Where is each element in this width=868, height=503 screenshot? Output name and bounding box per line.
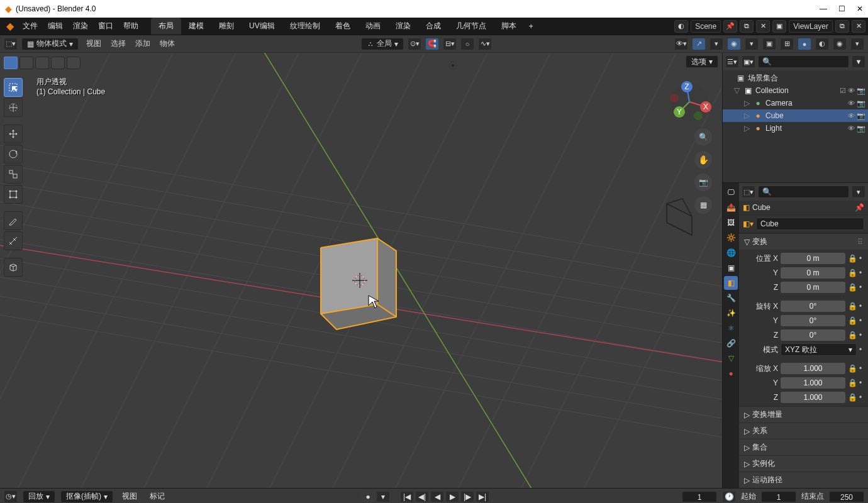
outliner-search[interactable]: 🔍 (758, 55, 849, 68)
rotate-tool[interactable] (4, 145, 23, 163)
3d-viewport[interactable]: 用户透视 (1) Collection | Cube X Y Z (0, 53, 722, 488)
transform-panel-header[interactable]: ▽ 变换⠿ (739, 233, 868, 250)
shading-render-icon[interactable]: ◉ (833, 38, 847, 50)
proportional-type-icon[interactable]: ∿▾ (478, 38, 492, 50)
tab-object[interactable]: ◧ (724, 276, 738, 290)
shading-opts-icon[interactable]: ▾ (850, 38, 864, 50)
props-type-icon[interactable]: ⬚▾ (742, 185, 755, 198)
scl-y-field[interactable]: 1.000 (781, 377, 845, 389)
tab-output[interactable]: 📤 (724, 201, 738, 214)
tab-UV编辑[interactable]: UV编辑 (242, 18, 282, 35)
instancing-panel-header[interactable]: ▷ 实例化 (739, 455, 868, 472)
prev-key-icon[interactable]: ◀| (415, 491, 429, 502)
scene-copy-icon[interactable]: ⧉ (740, 20, 754, 33)
select-invert-icon[interactable] (51, 57, 65, 69)
jump-end-icon[interactable]: ▶| (476, 491, 489, 502)
auto-key-opts[interactable]: ▾ (376, 491, 390, 502)
motion-panel-header[interactable]: ▷ 运动路径 (739, 472, 868, 488)
keying-dropdown[interactable]: 抠像(插帧) ▾ (60, 490, 113, 503)
gizmo-toggle[interactable]: ↗ (692, 38, 706, 50)
xray-icon[interactable]: ▣ (762, 38, 776, 50)
tab-合成[interactable]: 合成 (418, 18, 448, 35)
lock-icon[interactable]: 🔒 (848, 283, 857, 292)
rotation-mode-dropdown[interactable]: XYZ 欧拉▾ (781, 343, 857, 356)
tab-动画[interactable]: 动画 (358, 18, 388, 35)
jump-start-icon[interactable]: |◀ (400, 491, 414, 502)
scene-name-field[interactable]: Scene (691, 20, 721, 33)
scl-x-field[interactable]: 1.000 (781, 363, 845, 374)
start-frame-field[interactable]: 1 (761, 491, 796, 502)
nav-gizmo[interactable]: X Y Z (667, 79, 712, 124)
transform-tool[interactable] (4, 185, 23, 204)
shading-solid-icon[interactable]: ● (798, 38, 811, 50)
blender-icon[interactable]: ◆ (3, 20, 18, 32)
filter-icon[interactable]: ▼ (852, 55, 865, 68)
clock-icon[interactable]: 🕐 (722, 491, 736, 502)
lock-icon[interactable]: 🔒 (848, 302, 857, 311)
scene-browse-icon[interactable]: ◐ (674, 20, 688, 33)
tab-data[interactable]: ▽ (724, 351, 738, 365)
tab-建模[interactable]: 建模 (181, 18, 211, 35)
tree-row-Light[interactable]: ▷●Light👁 📷 (723, 122, 868, 135)
tab-scene[interactable]: 🔆 (724, 231, 738, 245)
relations-panel-header[interactable]: ▷ 关系 (739, 423, 868, 439)
tab-material[interactable]: ● (724, 367, 738, 380)
object-name-field[interactable]: Cube (756, 218, 864, 230)
move-tool[interactable] (4, 124, 23, 143)
tab-collection[interactable]: ▣ (724, 261, 738, 275)
lock-icon[interactable]: 🔒 (848, 254, 857, 263)
pan-icon[interactable]: ✋ (694, 151, 712, 169)
pos-x-field[interactable]: 0 m (781, 253, 845, 264)
vmenu-物体[interactable]: 物体 (156, 36, 179, 51)
editor-type-icon[interactable]: ⬚▾ (4, 38, 18, 50)
tab-几何节点[interactable]: 几何节点 (448, 18, 494, 35)
playback-dropdown[interactable]: 回放 ▾ (23, 490, 55, 503)
annotate-tool[interactable] (4, 211, 23, 230)
close-button[interactable]: ✕ (857, 4, 863, 13)
tab-脚本[interactable]: 脚本 (494, 18, 524, 35)
next-key-icon[interactable]: |▶ (460, 491, 474, 502)
scene-delete-icon[interactable]: ✕ (756, 20, 770, 33)
pivot-icon[interactable]: ⊙▾ (408, 38, 421, 50)
rot-z-field[interactable]: 0° (781, 329, 845, 341)
tab-render[interactable]: 🖵 (724, 185, 738, 199)
tree-row-Cube[interactable]: ▷●Cube👁 📷 (723, 109, 868, 122)
menu-编辑[interactable]: 编辑 (43, 18, 68, 34)
current-frame-field[interactable]: 1 (682, 491, 717, 502)
camera-view-icon[interactable]: 📷 (694, 174, 712, 191)
delta-panel-header[interactable]: ▷ 变换增量 (739, 406, 868, 423)
zoom-icon[interactable]: 🔍 (694, 128, 712, 146)
shading-preview-icon[interactable]: ◐ (815, 38, 829, 50)
lock-icon[interactable]: 🔒 (848, 393, 857, 402)
viewlayer-field[interactable]: ViewLayer (789, 20, 833, 33)
minimize-button[interactable]: — (820, 4, 827, 13)
timeline-marker-menu[interactable]: 标记 (146, 489, 169, 503)
mode-dropdown[interactable]: ▦ 物体模式▾ (21, 38, 79, 50)
snap-target-icon[interactable]: ⊟▾ (443, 38, 457, 50)
options-dropdown[interactable]: 选项 ▾ (686, 55, 718, 68)
overlay-opts-icon[interactable]: ▾ (745, 38, 759, 50)
tab-雕刻[interactable]: 雕刻 (211, 18, 242, 35)
lock-icon[interactable]: 🔒 (848, 268, 857, 277)
visibility-icon[interactable]: 👁▾ (674, 38, 688, 50)
timeline-type-icon[interactable]: ◷▾ (4, 490, 18, 503)
overlay-toggle[interactable]: ◉ (727, 38, 741, 50)
tree-row-场景集合[interactable]: ▣场景集合 (723, 72, 868, 84)
timeline-view-menu[interactable]: 视图 (118, 489, 141, 503)
tab-布局[interactable]: 布局 (151, 18, 181, 35)
auto-key-icon[interactable]: ● (361, 491, 375, 502)
tab-纹理绘制[interactable]: 纹理绘制 (282, 18, 328, 35)
snap-toggle[interactable]: 🧲 (425, 38, 439, 50)
select-intersect-icon[interactable] (67, 57, 81, 69)
tab-world[interactable]: 🌐 (724, 246, 738, 260)
rot-x-field[interactable]: 0° (781, 301, 845, 312)
tab-渲染[interactable]: 渲染 (388, 18, 418, 35)
scene-pin-icon[interactable]: 📌 (723, 20, 737, 33)
vmenu-视图[interactable]: 视图 (82, 36, 105, 51)
proportional-icon[interactable]: ○ (460, 38, 474, 50)
lock-icon[interactable]: 🔒 (848, 316, 857, 325)
tab-constraints[interactable]: 🔗 (724, 336, 738, 350)
scale-tool[interactable] (4, 165, 23, 184)
orientation-dropdown[interactable]: ⛬ 全局 ▾ (361, 38, 404, 50)
menu-窗口[interactable]: 窗口 (93, 18, 118, 34)
